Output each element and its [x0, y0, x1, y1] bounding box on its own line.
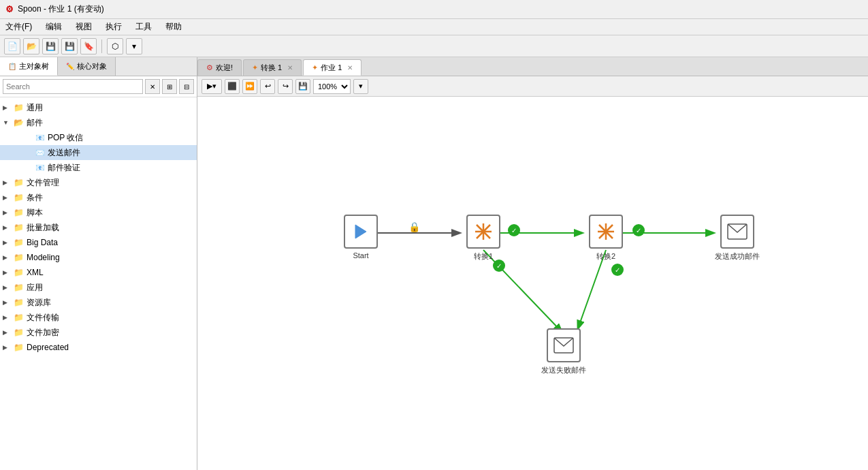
canvas-area[interactable]: 🔒 ✓ ✓ ✓ ✓: [197, 97, 868, 470]
arrow-fileencrypt: ▶: [3, 329, 11, 336]
tree-item-sendmail[interactable]: ▶ ✉️ 发送邮件: [0, 145, 197, 160]
canvas-tab-welcome[interactable]: ⚙ 欢迎!: [197, 59, 242, 76]
menu-view[interactable]: 视图: [73, 20, 95, 34]
search-collapse-button[interactable]: ⊟: [179, 79, 194, 94]
canvas-tab-transform[interactable]: ✦ 转换 1 ✕: [243, 59, 302, 76]
tree-item-filemanage[interactable]: ▶ 📁 文件管理: [0, 175, 197, 190]
node-mail-success-label: 发送成功邮件: [715, 251, 760, 262]
tree-label-script: 脚本: [27, 207, 43, 219]
title-bar: ⚙ Spoon - 作业 1 (有变动): [0, 0, 868, 19]
arrow-general: ▶: [3, 104, 11, 111]
tree-item-repo[interactable]: ▶ 📁 资源库: [0, 295, 197, 310]
workflow-connections: 🔒 ✓ ✓ ✓ ✓: [197, 97, 868, 470]
arrow-app: ▶: [3, 284, 11, 291]
job-tab-close[interactable]: ✕: [347, 64, 353, 72]
canvas-export-button[interactable]: ↪: [278, 79, 293, 94]
node-transform2-box: [589, 215, 623, 249]
tree-label-sendmail: 发送邮件: [48, 147, 80, 159]
tree-label-general: 通用: [27, 102, 43, 114]
canvas-tab-job[interactable]: ✦ 作业 1 ✕: [303, 59, 361, 76]
tree-item-xml[interactable]: ▶ 📁 XML: [0, 265, 197, 280]
search-clear-button[interactable]: ✕: [145, 79, 160, 94]
tree-item-deprecated[interactable]: ▶ 📁 Deprecated: [0, 340, 197, 355]
zoom-select[interactable]: 50% 75% 100% 150% 200%: [313, 79, 351, 94]
search-expand-button[interactable]: ⊞: [162, 79, 177, 94]
tree-item-condition[interactable]: ▶ 📁 条件: [0, 190, 197, 205]
folder-deprecated-icon: 📁: [14, 343, 24, 352]
node-mail-fail-box: [547, 328, 581, 362]
toolbar-dropdown[interactable]: ▾: [126, 38, 142, 54]
canvas-run-button[interactable]: ▶▾: [202, 79, 222, 94]
transform-tab-close[interactable]: ✕: [287, 64, 293, 72]
node-mail-success[interactable]: 发送成功邮件: [715, 215, 760, 262]
menu-file[interactable]: 文件(F): [3, 20, 35, 34]
toolbar: 📄 📂 💾 💾 🔖 ⬡ ▾: [0, 35, 868, 57]
tab-main-objects-label: 主对象树: [19, 61, 49, 72]
tree-item-mail[interactable]: ▼ 📂 邮件: [0, 115, 197, 130]
tree-item-app[interactable]: ▶ 📁 应用: [0, 280, 197, 295]
svg-line-11: [578, 250, 606, 328]
tab-main-objects[interactable]: 📋 主对象树: [0, 57, 58, 76]
toolbar-sep: [101, 40, 102, 53]
tree-item-modeling[interactable]: ▶ 📁 Modeling: [0, 250, 197, 265]
folder-fileencrypt-icon: 📁: [14, 328, 24, 337]
toolbar-saveas[interactable]: 💾: [61, 38, 78, 54]
search-input[interactable]: [3, 79, 143, 94]
node-transform1[interactable]: 转换1: [466, 215, 500, 262]
menu-run[interactable]: 执行: [103, 20, 125, 34]
svg-text:✓: ✓: [615, 266, 620, 274]
tree-label-deprecated: Deprecated: [27, 343, 69, 352]
canvas-preview-button[interactable]: ↩: [260, 79, 275, 94]
node-start[interactable]: Start: [344, 215, 378, 260]
mailverify-icon: 📧: [35, 163, 45, 172]
toolbar-extra[interactable]: ⬡: [107, 38, 123, 54]
toolbar-save[interactable]: 💾: [42, 38, 59, 54]
arrow-bulkload: ▶: [3, 224, 11, 231]
folder-mail-icon: 📂: [14, 118, 24, 127]
canvas-toolbar: ▶▾ ⬛ ⏩ ↩ ↪ 💾 50% 75% 100% 150% 200% ▾: [197, 76, 868, 97]
toolbar-open[interactable]: 📂: [23, 38, 39, 54]
sendmail-icon: ✉️: [35, 148, 45, 157]
folder-filemanage-icon: 📁: [14, 178, 24, 187]
menu-edit[interactable]: 编辑: [43, 20, 65, 34]
tree-item-fileencrypt[interactable]: ▶ 📁 文件加密: [0, 325, 197, 340]
arrow-condition: ▶: [3, 194, 11, 201]
node-transform2[interactable]: 转换2: [589, 215, 623, 262]
tree-label-condition: 条件: [27, 192, 43, 204]
node-mail-fail[interactable]: 发送失败邮件: [541, 328, 586, 375]
canvas-stop-button[interactable]: ⬛: [225, 79, 240, 94]
arrow-mail: ▼: [3, 119, 11, 126]
core-objects-icon: ✏️: [66, 63, 74, 70]
tree-item-script[interactable]: ▶ 📁 脚本: [0, 205, 197, 220]
arrow-filetransfer: ▶: [3, 314, 11, 321]
tree-label-app: 应用: [27, 282, 43, 294]
tree-item-bulkload[interactable]: ▶ 📁 批量加载: [0, 220, 197, 235]
arrow-bigdata: ▶: [3, 239, 11, 246]
svg-point-12: [611, 264, 624, 276]
svg-marker-14: [355, 225, 366, 238]
tree-label-mail: 邮件: [27, 117, 43, 129]
tree-label-repo: 资源库: [27, 297, 51, 309]
tree-item-filetransfer[interactable]: ▶ 📁 文件传输: [0, 310, 197, 325]
canvas-pause-button[interactable]: ⏩: [242, 79, 257, 94]
toolbar-new[interactable]: 📄: [4, 38, 20, 54]
tab-core-objects[interactable]: ✏️ 核心对象: [58, 57, 116, 76]
search-bar: ✕ ⊞ ⊟: [0, 76, 197, 97]
welcome-tab-icon: ⚙: [206, 63, 213, 72]
zoom-dropdown[interactable]: ▾: [353, 79, 368, 94]
toolbar-bookmark[interactable]: 🔖: [80, 38, 97, 54]
menu-help[interactable]: 帮助: [163, 20, 184, 34]
tree-label-bigdata: Big Data: [27, 238, 58, 247]
folder-condition-icon: 📁: [14, 193, 24, 202]
main-objects-icon: 📋: [8, 63, 16, 70]
right-panel: ⚙ 欢迎! ✦ 转换 1 ✕ ✦ 作业 1 ✕ ▶▾ ⬛ ⏩ ↩ ↪ 💾 50%: [197, 57, 868, 470]
canvas-save-button[interactable]: 💾: [295, 79, 310, 94]
tree-item-bigdata[interactable]: ▶ 📁 Big Data: [0, 235, 197, 250]
tree-item-general[interactable]: ▶ 📁 通用: [0, 100, 197, 115]
menu-tools[interactable]: 工具: [133, 20, 155, 34]
folder-bulkload-icon: 📁: [14, 223, 24, 232]
tree-item-mailverify[interactable]: ▶ 📧 邮件验证: [0, 160, 197, 175]
tree-label-filetransfer: 文件传输: [27, 312, 59, 324]
tree-label-bulkload: 批量加载: [27, 222, 59, 234]
tree-item-pop[interactable]: ▶ 📧 POP 收信: [0, 130, 197, 145]
